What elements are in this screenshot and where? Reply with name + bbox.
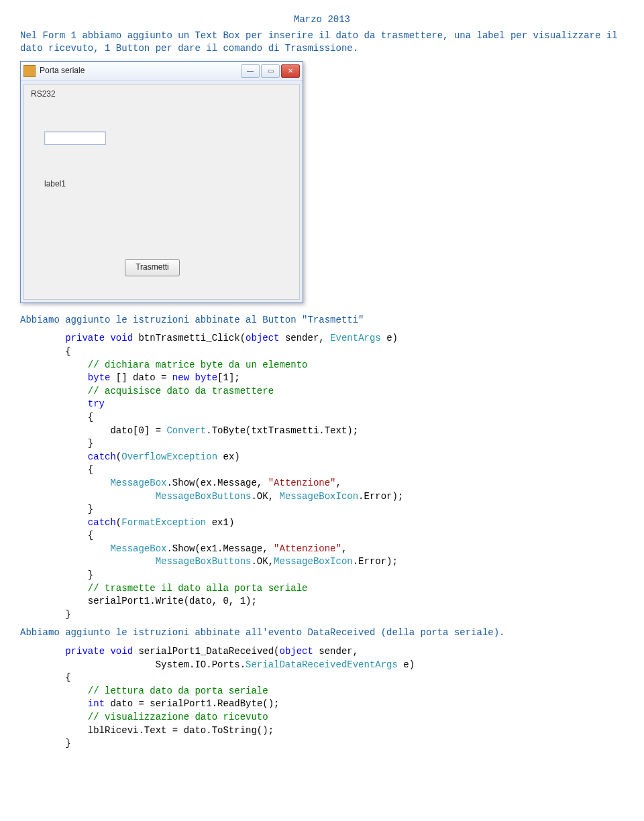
code: , [341, 543, 347, 554]
window-title: Porta seriale [40, 65, 241, 76]
code: .ToByte(txtTrasmetti.Text); [206, 425, 358, 436]
kw: try [20, 398, 105, 409]
code: [1]; [217, 372, 240, 383]
type: MessageBoxIcon [279, 491, 358, 502]
code: } [20, 569, 93, 580]
code: , [336, 478, 341, 488]
code: serialPort1_DataReceived( [133, 646, 279, 657]
code: { [20, 672, 71, 683]
code: .OK, [251, 491, 279, 502]
code: } [20, 738, 71, 749]
code: dato = serialPort1.ReadByte(); [105, 698, 279, 709]
code: sender, [313, 646, 358, 657]
type: Convert [166, 425, 206, 436]
code [20, 698, 88, 709]
string: "Attenzione" [268, 478, 336, 488]
paragraph-2: Abbiamo aggiunto le istruzioni abbinate … [20, 626, 624, 640]
code: [] dato = [110, 372, 172, 383]
kw: object [279, 646, 313, 657]
code: System.IO.Ports. [20, 659, 246, 670]
comment: // dichiara matrice byte da un elemento [20, 360, 307, 370]
type: MessageBox [110, 478, 166, 488]
code: ( [116, 451, 121, 462]
kw: int [88, 698, 105, 709]
comment: // visualizzazione dato ricevuto [20, 712, 268, 722]
trasmetti-button[interactable]: Trasmetti [125, 259, 180, 276]
code: btnTrasmetti_Click( [133, 333, 246, 343]
form-client-area: RS232 label1 Trasmetti [23, 84, 300, 300]
window-buttons: — ▭ ✕ [241, 64, 300, 78]
code [20, 556, 156, 567]
close-button[interactable]: ✕ [281, 64, 300, 78]
code [20, 372, 88, 383]
kw: new [172, 372, 189, 383]
type: SerialDataReceivedEventArgs [246, 659, 398, 670]
intro-paragraph: Nel Form 1 abbiamo aggiunto un Text Box … [20, 30, 624, 56]
code-block-2: private void serialPort1_DataReceived(ob… [20, 645, 624, 751]
code: e) [398, 659, 415, 670]
code: ex) [217, 451, 240, 462]
kw: void [110, 646, 133, 657]
code [20, 478, 110, 488]
comment: // trasmette il dato alla porta seriale [20, 583, 307, 594]
code: { [20, 412, 93, 423]
kw: private [65, 646, 105, 657]
titlebar: Porta seriale — ▭ ✕ [21, 62, 303, 81]
code: { [20, 346, 71, 357]
kw: catch [88, 451, 116, 462]
code: { [20, 464, 93, 475]
txt-trasmetti-input[interactable] [44, 131, 106, 145]
groupbox-label: RS232 [31, 89, 56, 100]
code: .Show(ex1.Message, [166, 543, 274, 554]
code: ex1) [206, 517, 234, 528]
kw: byte [195, 372, 217, 383]
kw: private [65, 333, 105, 343]
form-icon [23, 65, 36, 77]
code [20, 517, 88, 528]
code: .Error); [358, 491, 403, 502]
code: serialPort1.Write(dato, 0, 1); [20, 596, 257, 606]
code [20, 543, 110, 554]
code: ( [116, 517, 121, 528]
code: } [20, 504, 93, 514]
type: FormatException [121, 517, 206, 528]
kw: void [110, 333, 133, 343]
code: lblRicevi.Text = dato.ToString(); [20, 725, 274, 736]
type: MessageBoxIcon [274, 556, 353, 567]
code: .Show(ex.Message, [166, 478, 268, 488]
code: .OK, [251, 556, 274, 567]
code [20, 646, 65, 657]
label1: label1 [44, 178, 66, 190]
code: { [20, 530, 93, 541]
maximize-button[interactable]: ▭ [261, 64, 280, 78]
kw: byte [88, 372, 111, 383]
kw: object [246, 333, 279, 343]
code [20, 451, 88, 462]
code [20, 491, 156, 502]
type: MessageBoxButtons [156, 556, 252, 567]
code: } [20, 609, 71, 620]
type: OverflowException [121, 451, 217, 462]
code-block-1: private void btnTrasmetti_Click(object s… [20, 332, 624, 621]
code: sender, [280, 333, 331, 343]
header-date: Marzo 2013 [20, 13, 624, 27]
code: dato[0] = [20, 425, 166, 436]
code: .Error); [353, 556, 398, 567]
type: MessageBoxButtons [156, 491, 252, 502]
code: } [20, 438, 93, 449]
paragraph-1: Abbiamo aggiunto le istruzioni abbinate … [20, 314, 624, 327]
type: EventArgs [330, 333, 381, 343]
comment: // acquisisce dato da trasmettere [20, 386, 274, 396]
kw: catch [88, 517, 116, 528]
code: e) [381, 333, 398, 343]
type: MessageBox [110, 543, 166, 554]
string: "Attenzione" [274, 543, 341, 554]
minimize-button[interactable]: — [241, 64, 260, 78]
comment: // lettura dato da porta seriale [20, 686, 268, 696]
form-window: Porta seriale — ▭ ✕ RS232 label1 Trasmet… [20, 61, 303, 303]
